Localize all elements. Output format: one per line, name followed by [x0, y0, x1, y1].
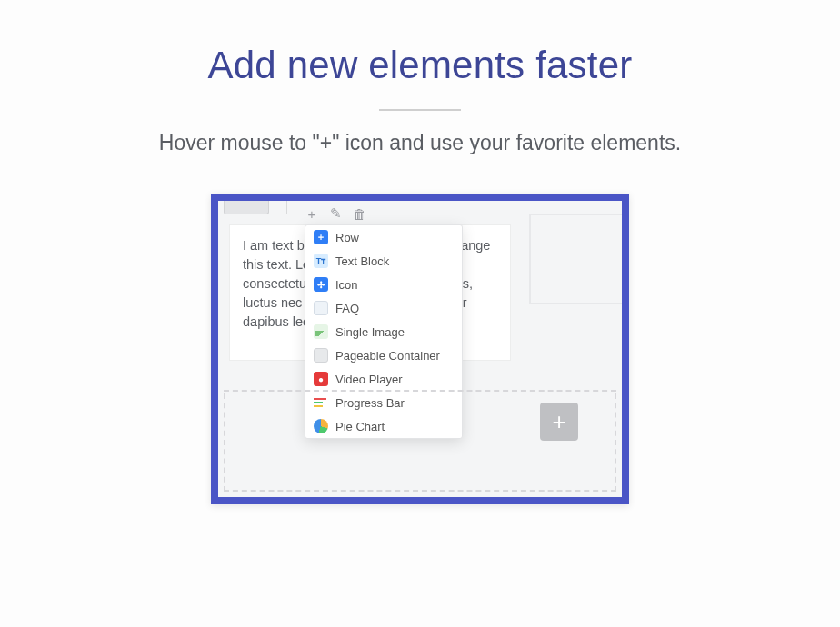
dropdown-item-label: Video Player: [335, 373, 402, 386]
add-row-button[interactable]: +: [540, 403, 578, 441]
editor-screenshot: + ✎ 🗑 I am text block. Click edit button…: [211, 194, 629, 504]
text-block-icon: Tᴛ: [314, 254, 328, 268]
page-title: Add new elements faster: [0, 44, 840, 87]
pageable-container-icon: [314, 348, 328, 363]
plus-icon[interactable]: +: [305, 206, 319, 221]
dropdown-item-label: Pageable Container: [335, 349, 440, 363]
video-player-icon: ●: [314, 372, 328, 386]
dropdown-item-label: Icon: [335, 278, 358, 292]
faq-icon: [314, 301, 328, 315]
dropdown-item-label: Row: [335, 231, 359, 244]
dropdown-item-label: Text Block: [335, 254, 389, 268]
element-toolbar: + ✎ 🗑: [305, 206, 366, 221]
dropdown-item-pageable-container[interactable]: Pageable Container: [305, 343, 462, 367]
icon-icon: ✢: [314, 277, 328, 292]
dropdown-item-label: FAQ: [335, 302, 359, 315]
dropdown-item-single-image[interactable]: Single Image: [305, 320, 462, 343]
dropdown-item-label: Single Image: [335, 325, 405, 339]
placeholder-box: [529, 214, 629, 304]
dropdown-item-text-block[interactable]: TᴛText Block: [305, 249, 462, 273]
dropdown-item-row[interactable]: ＋Row: [305, 225, 462, 249]
tab-strip: [224, 201, 269, 214]
pencil-icon[interactable]: ✎: [328, 206, 343, 221]
dropdown-item-icon[interactable]: ✢Icon: [305, 273, 462, 296]
page-subtitle: Hover mouse to "+" icon and use your fav…: [0, 131, 840, 155]
dropdown-item-faq[interactable]: FAQ: [305, 296, 462, 320]
trash-icon[interactable]: 🗑: [352, 206, 366, 221]
row-separator: [224, 390, 616, 392]
title-divider: [379, 109, 461, 111]
single-image-icon: [314, 324, 328, 339]
dropdown-item-video-player[interactable]: ●Video Player: [305, 367, 462, 391]
row-icon: ＋: [314, 230, 328, 244]
